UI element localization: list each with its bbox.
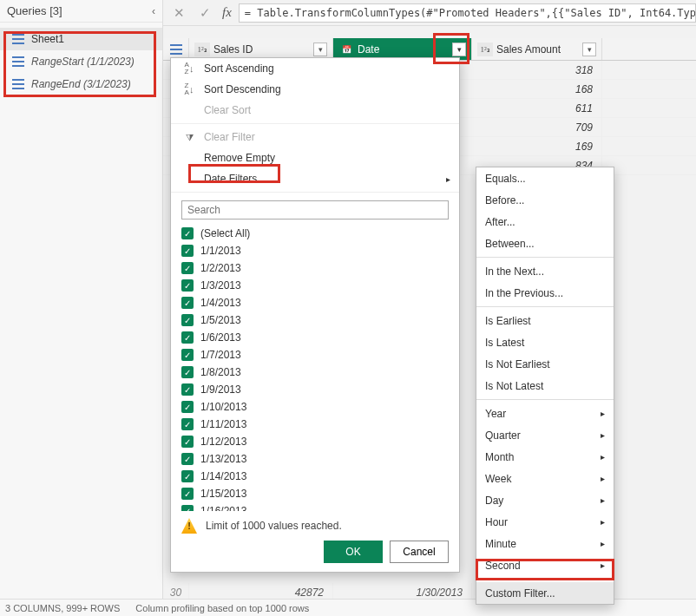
submenu-item[interactable]: Equals... bbox=[476, 167, 614, 189]
checkbox-icon: ✓ bbox=[181, 227, 194, 239]
query-item[interactable]: Sheet1 bbox=[0, 28, 162, 50]
col-sales-id-label: Sales ID bbox=[213, 43, 253, 56]
submenu-item[interactable]: Is Not Earliest bbox=[476, 353, 614, 375]
submenu-item[interactable]: Is Latest bbox=[476, 331, 614, 353]
checkbox-icon: ✓ bbox=[181, 401, 194, 413]
sort-ascending[interactable]: AZ↓ Sort Ascending bbox=[171, 58, 459, 79]
filter-value-item[interactable]: ✓1/4/2013 bbox=[181, 294, 454, 311]
sort-asc-icon: AZ↓ bbox=[181, 62, 197, 75]
chevron-right-icon: ▸ bbox=[601, 495, 605, 505]
checkbox-icon: ✓ bbox=[181, 262, 194, 274]
submenu-item[interactable]: Hour▸ bbox=[476, 511, 614, 533]
checkbox-icon: ✓ bbox=[181, 453, 194, 465]
submenu-item[interactable]: After... bbox=[476, 211, 614, 233]
queries-header[interactable]: Queries [3] ‹ bbox=[0, 0, 162, 23]
filter-value-item[interactable]: ✓1/15/2013 bbox=[181, 485, 454, 502]
fx-icon[interactable]: fx bbox=[222, 5, 232, 20]
query-label: Sheet1 bbox=[31, 33, 64, 45]
clear-sort: Clear Sort bbox=[171, 100, 459, 121]
column-header-sales-amount[interactable]: 1²₃ Sales Amount ▾ bbox=[472, 38, 602, 60]
checkbox-icon: ✓ bbox=[181, 383, 194, 396]
submenu-item[interactable]: Minute▸ bbox=[476, 533, 614, 554]
chevron-right-icon: ▸ bbox=[601, 517, 605, 527]
dropdown-icon[interactable]: ▾ bbox=[582, 43, 596, 56]
chevron-right-icon: ▸ bbox=[601, 409, 605, 418]
query-item[interactable]: RangeEnd (3/1/2023) bbox=[0, 73, 162, 95]
cell-sales-amount: 169 bbox=[472, 137, 602, 155]
chevron-right-icon: ▸ bbox=[601, 430, 605, 440]
submenu-item[interactable]: Week▸ bbox=[476, 468, 614, 489]
submenu-item[interactable]: Is Earliest bbox=[476, 310, 614, 331]
filter-value-item[interactable]: ✓1/8/2013 bbox=[181, 364, 454, 381]
filter-menu: AZ↓ Sort Ascending ZA↓ Sort Descending C… bbox=[170, 57, 460, 573]
commit-icon[interactable]: ✓ bbox=[194, 3, 215, 23]
submenu-item[interactable]: In the Previous... bbox=[476, 282, 614, 304]
checkbox-icon: ✓ bbox=[181, 366, 194, 378]
formula-input[interactable]: = Table.TransformColumnTypes(#"Promoted … bbox=[239, 3, 696, 23]
checkbox-icon: ✓ bbox=[181, 470, 194, 482]
table-icon bbox=[170, 44, 182, 55]
submenu-item[interactable]: Before... bbox=[476, 189, 614, 211]
table-icon bbox=[12, 34, 24, 44]
filter-value-item[interactable]: ✓1/10/2013 bbox=[181, 398, 454, 416]
chevron-right-icon: ▸ bbox=[601, 474, 605, 483]
checkbox-icon: ✓ bbox=[181, 418, 194, 430]
filter-values-list[interactable]: ✓(Select All)✓1/1/2013✓1/2/2013✓1/3/2013… bbox=[181, 225, 454, 511]
checkbox-icon: ✓ bbox=[181, 331, 194, 344]
submenu-item[interactable]: In the Next... bbox=[476, 260, 614, 282]
queries-list: Sheet1RangeStart (1/1/2023)RangeEnd (3/1… bbox=[0, 23, 162, 101]
submenu-item[interactable]: Second▸ bbox=[476, 554, 614, 576]
filter-value-item[interactable]: ✓1/13/2013 bbox=[181, 450, 454, 468]
date-filters[interactable]: Date Filters ▸ bbox=[171, 168, 459, 189]
chevron-right-icon: ▸ bbox=[601, 539, 605, 548]
filter-value-item[interactable]: ✓1/5/2013 bbox=[181, 311, 454, 329]
submenu-item[interactable]: Day▸ bbox=[476, 489, 614, 511]
filter-value-item[interactable]: ✓1/1/2013 bbox=[181, 242, 454, 259]
date-filters-submenu: Equals...Before...After...Between...In t… bbox=[476, 167, 614, 605]
submenu-item[interactable]: Quarter▸ bbox=[476, 424, 614, 446]
date-type-icon: 📅 bbox=[338, 43, 354, 56]
cancel-icon[interactable]: ✕ bbox=[168, 3, 189, 23]
status-profiling: Column profiling based on top 1000 rows bbox=[135, 603, 309, 613]
formula-bar: ✕ ✓ fx = Table.TransformColumnTypes(#"Pr… bbox=[163, 0, 696, 26]
cell-sales-amount: 168 bbox=[472, 80, 602, 98]
submenu-item[interactable]: Is Not Latest bbox=[476, 375, 614, 396]
cell-sales-amount: 611 bbox=[472, 99, 602, 117]
filter-search-input[interactable] bbox=[181, 200, 449, 220]
queries-pane: Queries [3] ‹ Sheet1RangeStart (1/1/2023… bbox=[0, 0, 163, 616]
table-icon bbox=[12, 79, 24, 89]
filter-value-item[interactable]: ✓1/7/2013 bbox=[181, 346, 454, 364]
filter-value-item[interactable]: ✓1/6/2013 bbox=[181, 329, 454, 346]
chevron-right-icon: ▸ bbox=[601, 560, 605, 570]
submenu-item[interactable]: Custom Filter... bbox=[476, 582, 614, 604]
filter-value-item[interactable]: ✓(Select All) bbox=[181, 225, 454, 242]
sort-descending[interactable]: ZA↓ Sort Descending bbox=[171, 79, 459, 100]
sort-desc-icon: ZA↓ bbox=[181, 82, 197, 96]
filter-value-item[interactable]: ✓1/16/2013 bbox=[181, 502, 454, 511]
query-item[interactable]: RangeStart (1/1/2023) bbox=[0, 50, 162, 73]
dropdown-icon[interactable]: ▾ bbox=[452, 43, 466, 56]
col-sales-amount-label: Sales Amount bbox=[496, 43, 561, 56]
collapse-icon[interactable]: ‹ bbox=[152, 5, 155, 17]
cancel-button[interactable]: Cancel bbox=[390, 541, 449, 563]
submenu-item[interactable]: Month▸ bbox=[476, 446, 614, 468]
ok-button[interactable]: OK bbox=[324, 541, 383, 563]
submenu-item[interactable]: Between... bbox=[476, 233, 614, 254]
filter-value-item[interactable]: ✓1/9/2013 bbox=[181, 381, 454, 398]
int-type-icon: 1²₃ bbox=[194, 43, 210, 56]
submenu-item[interactable]: Year▸ bbox=[476, 403, 614, 424]
cell-sales-amount: 709 bbox=[472, 118, 602, 136]
filter-value-item[interactable]: ✓1/14/2013 bbox=[181, 468, 454, 485]
dropdown-icon[interactable]: ▾ bbox=[313, 43, 327, 56]
status-columns: 3 COLUMNS, 999+ ROWS bbox=[5, 603, 120, 613]
filter-value-item[interactable]: ✓1/3/2013 bbox=[181, 277, 454, 294]
filter-value-item[interactable]: ✓1/12/2013 bbox=[181, 433, 454, 450]
filter-value-item[interactable]: ✓1/11/2013 bbox=[181, 416, 454, 433]
warning-icon: ! bbox=[181, 518, 197, 534]
remove-empty[interactable]: Remove Empty bbox=[171, 147, 459, 168]
checkbox-icon: ✓ bbox=[181, 314, 194, 326]
filter-value-item[interactable]: ✓1/2/2013 bbox=[181, 259, 454, 277]
query-label: RangeStart (1/1/2023) bbox=[31, 56, 135, 68]
clear-filter: ⧩ Clear Filter bbox=[171, 127, 459, 147]
cell-sales-amount: 318 bbox=[472, 61, 602, 79]
